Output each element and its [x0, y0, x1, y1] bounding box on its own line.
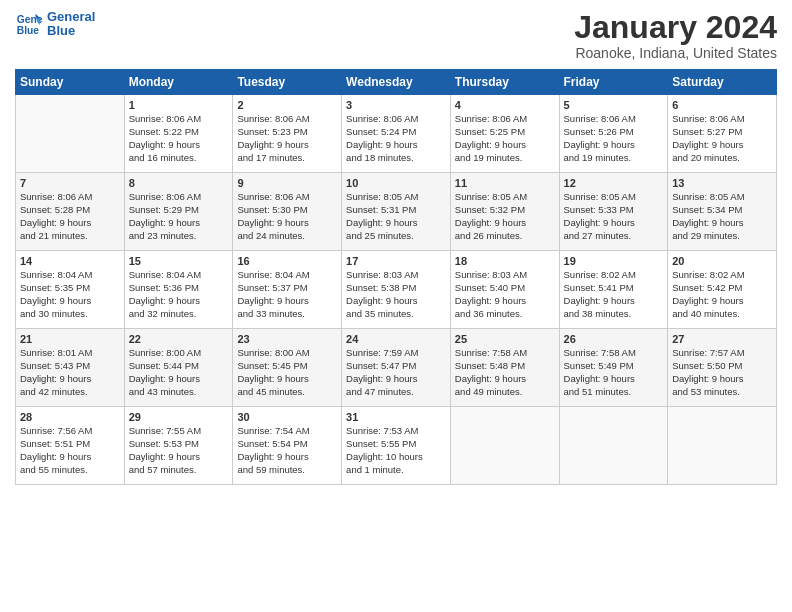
- day-info: Sunrise: 8:05 AM Sunset: 5:33 PM Dayligh…: [564, 191, 664, 242]
- day-number: 3: [346, 99, 446, 111]
- day-number: 11: [455, 177, 555, 189]
- day-number: 15: [129, 255, 229, 267]
- day-info: Sunrise: 8:06 AM Sunset: 5:28 PM Dayligh…: [20, 191, 120, 242]
- day-number: 7: [20, 177, 120, 189]
- calendar-cell: 15Sunrise: 8:04 AM Sunset: 5:36 PM Dayli…: [124, 251, 233, 329]
- logo-text-blue: Blue: [47, 24, 95, 38]
- day-info: Sunrise: 7:57 AM Sunset: 5:50 PM Dayligh…: [672, 347, 772, 398]
- day-number: 5: [564, 99, 664, 111]
- day-info: Sunrise: 7:59 AM Sunset: 5:47 PM Dayligh…: [346, 347, 446, 398]
- day-info: Sunrise: 8:05 AM Sunset: 5:31 PM Dayligh…: [346, 191, 446, 242]
- calendar-cell: 23Sunrise: 8:00 AM Sunset: 5:45 PM Dayli…: [233, 329, 342, 407]
- day-info: Sunrise: 8:03 AM Sunset: 5:38 PM Dayligh…: [346, 269, 446, 320]
- calendar-cell: 4Sunrise: 8:06 AM Sunset: 5:25 PM Daylig…: [450, 95, 559, 173]
- calendar-cell: 27Sunrise: 7:57 AM Sunset: 5:50 PM Dayli…: [668, 329, 777, 407]
- day-header-sunday: Sunday: [16, 70, 125, 95]
- svg-text:Blue: Blue: [17, 26, 40, 37]
- day-info: Sunrise: 8:05 AM Sunset: 5:34 PM Dayligh…: [672, 191, 772, 242]
- day-number: 25: [455, 333, 555, 345]
- logo-icon: General Blue: [15, 10, 43, 38]
- day-info: Sunrise: 7:55 AM Sunset: 5:53 PM Dayligh…: [129, 425, 229, 476]
- calendar-cell: 9Sunrise: 8:06 AM Sunset: 5:30 PM Daylig…: [233, 173, 342, 251]
- calendar-cell: 8Sunrise: 8:06 AM Sunset: 5:29 PM Daylig…: [124, 173, 233, 251]
- day-info: Sunrise: 7:54 AM Sunset: 5:54 PM Dayligh…: [237, 425, 337, 476]
- day-info: Sunrise: 8:06 AM Sunset: 5:30 PM Dayligh…: [237, 191, 337, 242]
- day-info: Sunrise: 8:03 AM Sunset: 5:40 PM Dayligh…: [455, 269, 555, 320]
- day-number: 6: [672, 99, 772, 111]
- calendar-cell: 2Sunrise: 8:06 AM Sunset: 5:23 PM Daylig…: [233, 95, 342, 173]
- day-info: Sunrise: 8:00 AM Sunset: 5:45 PM Dayligh…: [237, 347, 337, 398]
- calendar-cell: 16Sunrise: 8:04 AM Sunset: 5:37 PM Dayli…: [233, 251, 342, 329]
- calendar-cell: 12Sunrise: 8:05 AM Sunset: 5:33 PM Dayli…: [559, 173, 668, 251]
- day-number: 29: [129, 411, 229, 423]
- day-number: 1: [129, 99, 229, 111]
- header: General Blue General Blue January 2024 R…: [15, 10, 777, 61]
- day-info: Sunrise: 8:01 AM Sunset: 5:43 PM Dayligh…: [20, 347, 120, 398]
- calendar-cell: 18Sunrise: 8:03 AM Sunset: 5:40 PM Dayli…: [450, 251, 559, 329]
- calendar-cell: 10Sunrise: 8:05 AM Sunset: 5:31 PM Dayli…: [342, 173, 451, 251]
- day-info: Sunrise: 8:06 AM Sunset: 5:23 PM Dayligh…: [237, 113, 337, 164]
- day-number: 20: [672, 255, 772, 267]
- day-number: 21: [20, 333, 120, 345]
- day-info: Sunrise: 8:06 AM Sunset: 5:29 PM Dayligh…: [129, 191, 229, 242]
- day-info: Sunrise: 8:04 AM Sunset: 5:37 PM Dayligh…: [237, 269, 337, 320]
- calendar-cell: 29Sunrise: 7:55 AM Sunset: 5:53 PM Dayli…: [124, 407, 233, 485]
- day-number: 23: [237, 333, 337, 345]
- location: Roanoke, Indiana, United States: [574, 45, 777, 61]
- calendar-cell: 11Sunrise: 8:05 AM Sunset: 5:32 PM Dayli…: [450, 173, 559, 251]
- day-number: 26: [564, 333, 664, 345]
- day-number: 17: [346, 255, 446, 267]
- calendar-cell: 17Sunrise: 8:03 AM Sunset: 5:38 PM Dayli…: [342, 251, 451, 329]
- day-header-friday: Friday: [559, 70, 668, 95]
- day-header-thursday: Thursday: [450, 70, 559, 95]
- day-number: 19: [564, 255, 664, 267]
- day-info: Sunrise: 7:58 AM Sunset: 5:48 PM Dayligh…: [455, 347, 555, 398]
- day-header-monday: Monday: [124, 70, 233, 95]
- day-header-saturday: Saturday: [668, 70, 777, 95]
- day-info: Sunrise: 8:02 AM Sunset: 5:41 PM Dayligh…: [564, 269, 664, 320]
- calendar-cell: [559, 407, 668, 485]
- day-number: 16: [237, 255, 337, 267]
- day-info: Sunrise: 8:06 AM Sunset: 5:27 PM Dayligh…: [672, 113, 772, 164]
- calendar-cell: 22Sunrise: 8:00 AM Sunset: 5:44 PM Dayli…: [124, 329, 233, 407]
- day-info: Sunrise: 8:06 AM Sunset: 5:24 PM Dayligh…: [346, 113, 446, 164]
- day-info: Sunrise: 8:06 AM Sunset: 5:26 PM Dayligh…: [564, 113, 664, 164]
- day-info: Sunrise: 8:05 AM Sunset: 5:32 PM Dayligh…: [455, 191, 555, 242]
- day-info: Sunrise: 8:06 AM Sunset: 5:25 PM Dayligh…: [455, 113, 555, 164]
- calendar-cell: 26Sunrise: 7:58 AM Sunset: 5:49 PM Dayli…: [559, 329, 668, 407]
- calendar-cell: 5Sunrise: 8:06 AM Sunset: 5:26 PM Daylig…: [559, 95, 668, 173]
- day-header-tuesday: Tuesday: [233, 70, 342, 95]
- day-info: Sunrise: 8:00 AM Sunset: 5:44 PM Dayligh…: [129, 347, 229, 398]
- calendar-cell: 3Sunrise: 8:06 AM Sunset: 5:24 PM Daylig…: [342, 95, 451, 173]
- calendar-cell: 1Sunrise: 8:06 AM Sunset: 5:22 PM Daylig…: [124, 95, 233, 173]
- calendar-cell: 24Sunrise: 7:59 AM Sunset: 5:47 PM Dayli…: [342, 329, 451, 407]
- calendar-cell: 31Sunrise: 7:53 AM Sunset: 5:55 PM Dayli…: [342, 407, 451, 485]
- day-number: 8: [129, 177, 229, 189]
- day-number: 30: [237, 411, 337, 423]
- calendar-cell: 25Sunrise: 7:58 AM Sunset: 5:48 PM Dayli…: [450, 329, 559, 407]
- day-number: 14: [20, 255, 120, 267]
- day-number: 13: [672, 177, 772, 189]
- day-header-wednesday: Wednesday: [342, 70, 451, 95]
- calendar-cell: 6Sunrise: 8:06 AM Sunset: 5:27 PM Daylig…: [668, 95, 777, 173]
- page-container: General Blue General Blue January 2024 R…: [0, 0, 792, 490]
- day-number: 24: [346, 333, 446, 345]
- day-number: 31: [346, 411, 446, 423]
- day-info: Sunrise: 8:06 AM Sunset: 5:22 PM Dayligh…: [129, 113, 229, 164]
- calendar-cell: 14Sunrise: 8:04 AM Sunset: 5:35 PM Dayli…: [16, 251, 125, 329]
- title-block: January 2024 Roanoke, Indiana, United St…: [574, 10, 777, 61]
- day-info: Sunrise: 8:02 AM Sunset: 5:42 PM Dayligh…: [672, 269, 772, 320]
- day-info: Sunrise: 7:56 AM Sunset: 5:51 PM Dayligh…: [20, 425, 120, 476]
- day-number: 18: [455, 255, 555, 267]
- day-number: 9: [237, 177, 337, 189]
- day-number: 22: [129, 333, 229, 345]
- calendar-cell: 13Sunrise: 8:05 AM Sunset: 5:34 PM Dayli…: [668, 173, 777, 251]
- day-info: Sunrise: 8:04 AM Sunset: 5:36 PM Dayligh…: [129, 269, 229, 320]
- day-number: 2: [237, 99, 337, 111]
- calendar-cell: [668, 407, 777, 485]
- day-number: 28: [20, 411, 120, 423]
- calendar-cell: [450, 407, 559, 485]
- calendar-table: SundayMondayTuesdayWednesdayThursdayFrid…: [15, 69, 777, 485]
- day-info: Sunrise: 7:58 AM Sunset: 5:49 PM Dayligh…: [564, 347, 664, 398]
- calendar-cell: 30Sunrise: 7:54 AM Sunset: 5:54 PM Dayli…: [233, 407, 342, 485]
